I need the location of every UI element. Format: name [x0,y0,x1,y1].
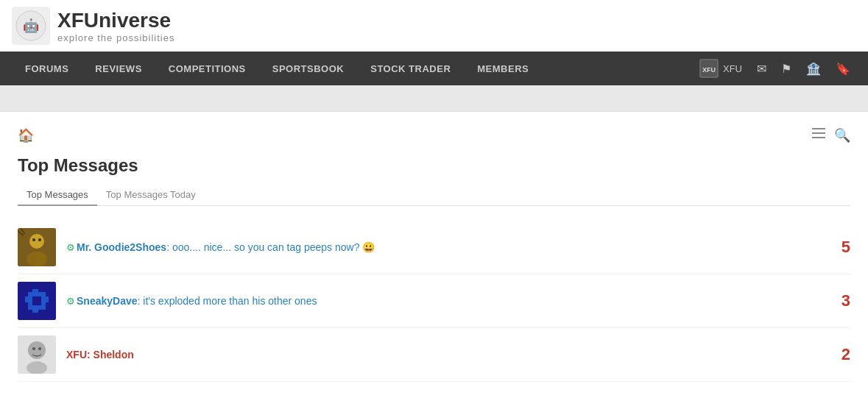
nav-item-reviews[interactable]: REVIEWS [82,51,155,85]
message-link[interactable]: ⚙SneakyDave: it's exploded more than his… [66,295,317,307]
nav-item-sportsbook[interactable]: SPORTSBOOK [259,51,357,85]
gear-icon: ⚙ [66,242,75,253]
messages-icon[interactable]: ✉ [751,51,772,85]
tab-top-messages-today[interactable]: Top Messages Today [97,185,205,206]
breadcrumb-row: 🏠 🔍 [18,127,850,143]
message-username: SneakyDave [77,295,138,307]
svg-point-24 [38,347,41,350]
message-list: ⚙Mr. Goodie2Shoes: ooo.... nice... so yo… [18,221,850,382]
tab-top-messages[interactable]: Top Messages [18,185,97,206]
nav-item-stock-trader[interactable]: STOCK TRADER [357,51,464,85]
svg-point-8 [29,234,44,249]
site-tagline: explore the possibilities [57,32,174,43]
message-count: 2 [828,345,850,364]
svg-point-11 [38,238,41,241]
avatar [18,335,56,374]
svg-point-10 [32,238,35,241]
avatar [18,228,56,266]
breadcrumb-bar [0,85,868,112]
tabs: Top Messages Top Messages Today [18,185,850,206]
message-link[interactable]: XFU: Sheldon [66,349,134,360]
svg-point-9 [27,252,47,266]
message-text: : it's exploded more than his other ones [138,295,317,307]
toolbar-icons: 🔍 [812,127,850,143]
logo-icon: 🤖 [12,7,50,45]
svg-rect-4 [812,128,825,129]
nav-right: XFU XFU ✉ ⚑ 🏦 🔖 [694,51,856,85]
svg-rect-5 [812,132,825,134]
svg-rect-16 [32,296,41,305]
list-item: ⚙Mr. Goodie2Shoes: ooo.... nice... so yo… [18,221,850,274]
list-item: XFU: Sheldon 2 [18,328,850,382]
message-body: ⚙SneakyDave: it's exploded more than his… [66,294,818,308]
message-text: : ooo.... nice... so you can tag peeps n… [166,241,375,253]
svg-text:🤖: 🤖 [23,18,40,34]
user-avatar: XFU [699,59,719,78]
message-link[interactable]: ⚙Mr. Goodie2Shoes: ooo.... nice... so yo… [66,241,375,253]
site-name: XFUniverse [57,9,174,32]
svg-point-23 [32,347,35,350]
message-body: XFU: Sheldon [66,348,818,361]
list-view-icon[interactable] [812,127,825,143]
nav-item-members[interactable]: MEMBERS [464,51,542,85]
message-count: 3 [828,291,850,310]
nav-items: FORUMS REVIEWS COMPETITIONS SPORTSBOOK S… [12,51,542,85]
avatar [18,282,56,320]
svg-rect-18 [43,296,49,302]
bookmarks-icon[interactable]: 🔖 [830,51,856,85]
username-label: XFU [723,63,742,74]
main-content: 🏠 🔍 Top Messages Top Messages Top Messag… [0,112,868,398]
header: 🤖 XFUniverse explore the possibilities [0,0,868,51]
gear-icon: ⚙ [66,296,75,307]
svg-rect-19 [32,289,38,295]
svg-rect-17 [25,296,31,302]
svg-rect-6 [812,137,825,138]
message-username: XFU: Sheldon [66,349,134,360]
list-item: ⚙SneakyDave: it's exploded more than his… [18,274,850,328]
page-title: Top Messages [18,155,850,176]
home-breadcrumb[interactable]: 🏠 [18,127,34,143]
nav-item-forums[interactable]: FORUMS [12,51,82,85]
svg-rect-20 [32,307,38,313]
message-username: Mr. Goodie2Shoes [77,241,166,253]
search-icon[interactable]: 🔍 [834,127,850,143]
nav-item-competitions[interactable]: COMPETITIONS [155,51,259,85]
wallet-icon[interactable]: 🏦 [800,51,827,85]
svg-text:XFU: XFU [702,66,716,74]
message-body: ⚙Mr. Goodie2Shoes: ooo.... nice... so yo… [66,241,818,254]
logo-text: XFUniverse explore the possibilities [57,9,174,43]
navbar: FORUMS REVIEWS COMPETITIONS SPORTSBOOK S… [0,51,868,85]
user-menu[interactable]: XFU XFU [694,59,748,78]
alerts-icon[interactable]: ⚑ [775,51,797,85]
message-count: 5 [828,238,850,257]
